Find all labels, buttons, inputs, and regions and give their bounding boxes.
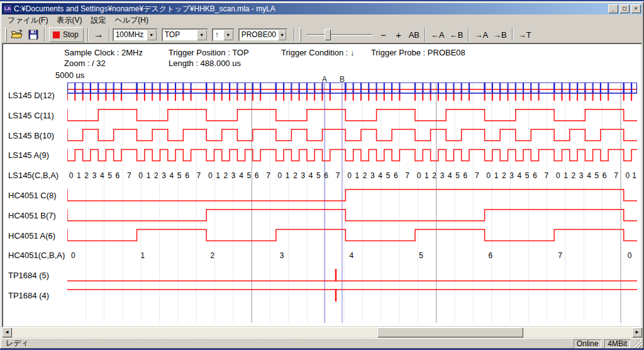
svg-text:3: 3 (301, 171, 305, 180)
svg-text:5: 5 (386, 171, 391, 180)
svg-text:3: 3 (440, 171, 445, 180)
toolbar: Stop → 100MHz ▼ TOP ▼ ↑ ▼ PROBE00 ▼ − + … (2, 26, 642, 44)
svg-text:1: 1 (425, 171, 429, 180)
horizontal-scrollbar[interactable]: ◄ ► (2, 327, 642, 337)
close-button[interactable]: × (631, 4, 641, 13)
svg-text:6: 6 (185, 171, 189, 180)
stop-icon (53, 31, 60, 38)
zoom-slider[interactable] (307, 28, 372, 42)
channel-label[interactable]: LS145(C,B,A) (8, 171, 67, 180)
svg-text:7: 7 (558, 251, 562, 260)
svg-text:0: 0 (486, 171, 491, 180)
svg-text:2: 2 (363, 171, 367, 180)
slider-track (307, 34, 372, 36)
svg-text:7: 7 (405, 171, 409, 180)
slider-thumb[interactable] (325, 29, 331, 40)
svg-text:0: 0 (208, 171, 213, 180)
menu-view[interactable]: 表示(V) (52, 14, 86, 26)
svg-text:3: 3 (370, 171, 375, 180)
info-trigger-position: Trigger Position : TOP (169, 48, 249, 57)
chevron-down-icon[interactable]: ▼ (197, 30, 207, 40)
channel-label[interactable]: TP1684 (4) (8, 291, 67, 300)
svg-text:7: 7 (197, 171, 201, 180)
channel-label[interactable]: HC4051 A(6) (8, 231, 67, 240)
zoom-in-button[interactable]: + (391, 27, 406, 42)
channel-label[interactable]: HC4051(C,B,A) (8, 251, 67, 260)
channel-label[interactable]: LS145 B(10) (8, 131, 67, 140)
save-button[interactable] (25, 27, 42, 42)
waveform-plot[interactable]: 0123456701234567012345670123456701234567… (67, 82, 637, 324)
svg-text:1: 1 (77, 171, 81, 180)
svg-text:7: 7 (127, 171, 131, 180)
info-trigger-condition: Trigger Condition : ↓ (281, 48, 355, 57)
channel-label[interactable]: TP1684 (5) (8, 271, 67, 280)
svg-text:1: 1 (494, 171, 499, 180)
svg-text:2: 2 (502, 171, 506, 180)
channel-label[interactable]: HC4051 B(7) (8, 211, 67, 220)
trigger-position-combo[interactable]: TOP ▼ (162, 28, 208, 42)
toolbar-separator (44, 28, 45, 42)
scroll-left-button[interactable]: ◄ (2, 327, 12, 337)
folder-open-icon (11, 30, 23, 40)
svg-text:6: 6 (464, 171, 468, 180)
svg-text:1: 1 (286, 171, 290, 180)
svg-text:4: 4 (309, 171, 313, 180)
toolbar-grip[interactable] (5, 28, 7, 42)
channel-label[interactable]: HC4051 C(8) (8, 191, 67, 200)
open-file-button[interactable] (9, 27, 25, 42)
scroll-right-button[interactable]: ► (632, 327, 642, 337)
channel-label[interactable]: LS145 C(11) (8, 111, 67, 120)
trigger-probe-value: PROBE00 (240, 30, 278, 39)
waveform-client-area: Sample Clock : 2MHz Trigger Position : T… (2, 43, 642, 327)
goto-cursor-b-button[interactable]: ←B (447, 27, 466, 42)
svg-text:6: 6 (255, 171, 259, 180)
minimize-button[interactable]: _ (608, 4, 618, 13)
window-title: C:¥Documents and Settings¥noname¥デスクトップ¥… (14, 3, 608, 14)
resize-grip[interactable] (633, 340, 641, 348)
scroll-thumb[interactable] (377, 327, 523, 337)
zoom-out-button[interactable]: − (376, 27, 391, 42)
set-cursor-a-button[interactable]: →A (472, 27, 491, 42)
chevron-down-icon[interactable]: ▼ (278, 30, 286, 40)
menu-help[interactable]: ヘルプ(H) (110, 14, 153, 26)
sample-rate-combo[interactable]: 100MHz ▼ (113, 28, 158, 42)
svg-text:6: 6 (533, 171, 537, 180)
svg-text:6: 6 (324, 171, 328, 180)
channel-label[interactable]: LS145 D(12) (8, 91, 67, 100)
goto-trigger-button[interactable]: →T (516, 27, 534, 42)
trigger-edge-combo[interactable]: ↑ ▼ (212, 28, 235, 42)
app-icon: LA (3, 4, 12, 13)
svg-text:2: 2 (224, 171, 228, 180)
info-length: Length : 488.000 us (169, 59, 241, 68)
maximize-button[interactable]: □ (619, 4, 630, 13)
svg-text:2: 2 (293, 171, 297, 180)
set-cursor-b-button[interactable]: →B (491, 27, 509, 42)
run-button[interactable]: → (91, 27, 106, 42)
svg-text:3: 3 (162, 171, 166, 180)
svg-text:7: 7 (266, 171, 270, 180)
chevron-down-icon[interactable]: ▼ (223, 30, 233, 40)
svg-text:5: 5 (525, 171, 530, 180)
trigger-probe-combo[interactable]: PROBE00 ▼ (238, 28, 287, 42)
svg-text:1: 1 (564, 171, 568, 180)
menu-settings[interactable]: 設定 (86, 14, 110, 26)
stop-button[interactable]: Stop (49, 27, 84, 42)
menu-file[interactable]: ファイル(F) (3, 14, 52, 26)
ab-button[interactable]: AB (406, 27, 422, 42)
svg-text:4: 4 (239, 171, 243, 180)
svg-text:5: 5 (247, 171, 251, 180)
svg-text:1: 1 (632, 171, 636, 180)
svg-text:1: 1 (355, 171, 359, 180)
channel-label[interactable]: LS145 A(9) (8, 150, 67, 160)
title-bar[interactable]: LA C:¥Documents and Settings¥noname¥デスクト… (2, 3, 642, 14)
svg-text:6: 6 (116, 171, 120, 180)
svg-text:6: 6 (602, 171, 607, 180)
svg-text:0: 0 (556, 171, 560, 180)
sample-rate-value: 100MHz (114, 30, 147, 39)
goto-cursor-a-button[interactable]: ←A (428, 27, 447, 42)
status-ready: レディ (2, 338, 574, 349)
toolbar-grip[interactable] (299, 28, 301, 42)
floppy-disk-icon (28, 30, 38, 40)
chevron-down-icon[interactable]: ▼ (147, 30, 157, 40)
svg-text:2: 2 (572, 171, 576, 180)
